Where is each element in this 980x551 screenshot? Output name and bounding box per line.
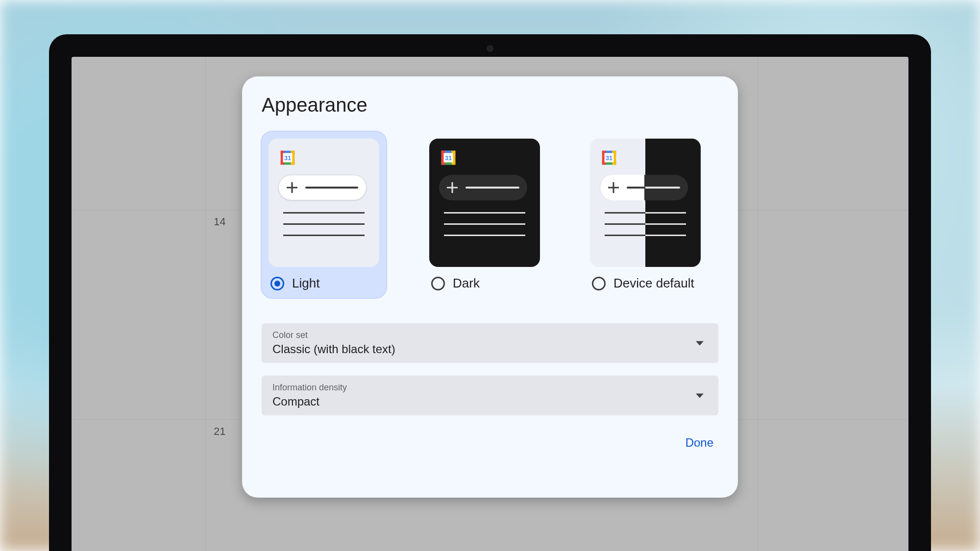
information-density-select[interactable]: Information density Compact (262, 376, 718, 415)
theme-options-row: 31 Light (262, 132, 718, 298)
information-density-label: Information density (272, 383, 708, 393)
preview-lines (605, 212, 686, 236)
theme-option-light[interactable]: 31 Light (262, 132, 386, 298)
laptop-camera (487, 45, 493, 52)
done-button[interactable]: Done (681, 432, 718, 454)
theme-preview-light: 31 (269, 139, 379, 267)
chevron-down-icon (696, 393, 704, 398)
radio-dark[interactable] (431, 277, 445, 290)
plus-icon (287, 182, 297, 193)
svg-text:31: 31 (445, 155, 452, 162)
theme-option-device-default[interactable]: 31 Device default (583, 132, 708, 298)
plus-icon (447, 182, 458, 193)
plus-icon (608, 182, 619, 193)
color-set-label: Color set (272, 330, 708, 340)
color-set-value: Classic (with black text) (272, 342, 708, 356)
calendar-date-21: 21 (214, 425, 225, 438)
theme-preview-dark: 31 (429, 139, 540, 267)
calendar-app-icon: 31 (439, 148, 458, 167)
create-button-preview (600, 175, 688, 200)
information-density-value: Compact (272, 395, 708, 408)
chevron-down-icon (696, 341, 704, 345)
create-button-preview (278, 175, 367, 200)
dialog-title: Appearance (262, 94, 718, 116)
preview-lines (283, 212, 365, 236)
screen: 14 21 Appearance (72, 57, 908, 551)
theme-label-device-default: Device default (613, 276, 694, 291)
radio-light[interactable] (270, 277, 284, 290)
calendar-date-14: 14 (214, 216, 225, 228)
svg-text:31: 31 (606, 155, 612, 162)
calendar-app-icon: 31 (278, 148, 297, 167)
dialog-actions: Done (262, 432, 718, 454)
svg-text:31: 31 (284, 155, 291, 162)
radio-device-default[interactable] (592, 277, 606, 290)
theme-preview-device-default: 31 (590, 139, 701, 267)
laptop-frame: 14 21 Appearance (49, 34, 931, 551)
theme-label-dark: Dark (453, 276, 480, 291)
theme-option-dark[interactable]: 31 Dark (422, 132, 547, 298)
calendar-app-icon: 31 (600, 148, 618, 167)
preview-lines (444, 212, 525, 236)
appearance-dialog: Appearance 31 (242, 76, 738, 498)
color-set-select[interactable]: Color set Classic (with black text) (262, 323, 718, 363)
create-button-preview (439, 175, 527, 200)
theme-label-light: Light (292, 276, 319, 291)
